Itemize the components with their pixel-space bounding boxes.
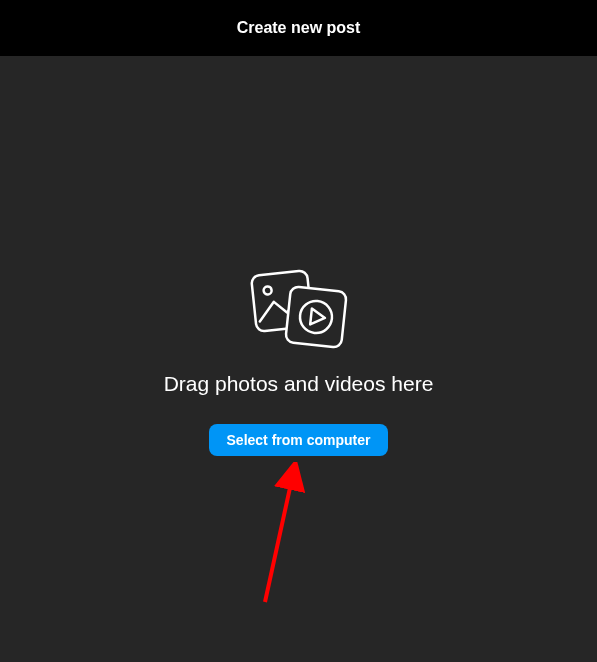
- media-upload-icon: [239, 262, 359, 352]
- upload-dropzone[interactable]: Drag photos and videos here Select from …: [0, 56, 597, 662]
- upload-prompt-text: Drag photos and videos here: [164, 372, 434, 396]
- modal-header: Create new post: [0, 0, 597, 56]
- svg-rect-2: [285, 286, 347, 348]
- modal-title: Create new post: [237, 19, 361, 37]
- select-from-computer-button[interactable]: Select from computer: [209, 424, 389, 456]
